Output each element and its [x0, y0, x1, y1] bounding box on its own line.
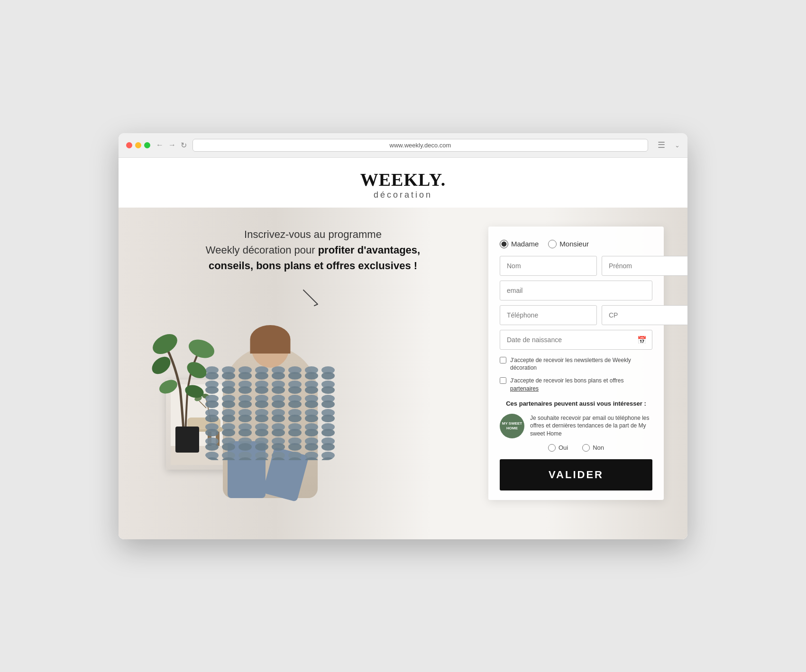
tagline-line1: Inscrivez-vous au programme	[244, 228, 382, 240]
email-row	[500, 281, 652, 300]
partners-link[interactable]: partenaires	[510, 385, 539, 392]
svg-point-1	[186, 336, 217, 361]
browser-nav: ← → ↻	[156, 141, 187, 150]
radio-madame[interactable]	[500, 240, 508, 248]
left-column: Inscrivez-vous au programme Weekly décor…	[147, 227, 488, 500]
dot-close[interactable]	[126, 142, 132, 148]
tagline-line2-prefix: Weekly décoration pour	[206, 244, 318, 256]
radio-monsieur-text: Monsieur	[559, 240, 589, 248]
telephone-field[interactable]	[500, 305, 597, 325]
partner-description: Je souhaite recevoir par email ou téléph…	[530, 414, 652, 438]
arrow-icon	[301, 288, 325, 307]
site-header: WEEKLY. décoration	[119, 158, 687, 208]
svg-point-0	[152, 330, 181, 358]
radio-madame-text: Madame	[511, 240, 539, 248]
partners-checkbox[interactable]	[500, 377, 506, 384]
address-bar[interactable]: www.weekly.deco.com	[192, 139, 648, 152]
svg-point-4	[157, 377, 179, 396]
plant-decoration	[152, 318, 218, 453]
form-panel: Madame Monsieur	[488, 227, 664, 500]
browser-titlebar: ← → ↻ www.weekly.deco.com ☰ ⌄	[119, 133, 687, 158]
phone-cp-row	[500, 305, 652, 325]
browser-chevron: ⌄	[675, 142, 680, 149]
newsletter-checkbox-label[interactable]: J'accepte de recevoir les newsletters de…	[500, 356, 652, 372]
browser-menu-button[interactable]: ☰	[658, 140, 665, 150]
arrow-decoration	[147, 288, 479, 309]
cp-field[interactable]	[602, 305, 687, 325]
radio-non-text: Non	[593, 444, 604, 451]
brand-title: WEEKLY. décoration	[128, 169, 678, 200]
nom-field[interactable]	[500, 256, 597, 276]
radio-monsieur[interactable]	[548, 240, 557, 248]
dot-maximize[interactable]	[144, 142, 150, 148]
tagline-end: conseils, bons plans et offres exclusive…	[209, 260, 417, 272]
main-section: Inscrivez-vous au programme Weekly décor…	[119, 208, 687, 539]
site-content: WEEKLY. décoration Inscrivez-vous au pro…	[119, 158, 687, 539]
svg-rect-8	[204, 365, 337, 460]
forward-button[interactable]: →	[168, 141, 176, 149]
hero-tagline: Inscrivez-vous au programme Weekly décor…	[147, 227, 479, 273]
radio-oui[interactable]	[548, 444, 556, 452]
partner-radio-group: Oui Non	[500, 444, 652, 452]
gender-radio-group: Madame Monsieur	[500, 240, 652, 248]
radio-non-label[interactable]: Non	[582, 444, 604, 452]
name-row	[500, 256, 652, 276]
partners-checkbox-label[interactable]: J'accepte de recevoir les bons plans et …	[500, 377, 652, 393]
hero-content: Inscrivez-vous au programme Weekly décor…	[119, 208, 687, 519]
partners-checkbox-text: J'accepte de recevoir les bons plans et …	[510, 377, 652, 393]
browser-window: ← → ↻ www.weekly.deco.com ☰ ⌄ WEEKLY. dé…	[119, 133, 687, 539]
partner-row: MY SWEET HOME Je souhaite recevoir par e…	[500, 414, 652, 438]
right-column: Madame Monsieur	[488, 227, 664, 500]
dot-minimize[interactable]	[135, 142, 141, 148]
radio-oui-text: Oui	[559, 444, 568, 451]
partner-logo: MY SWEET HOME	[500, 414, 524, 438]
email-field[interactable]	[500, 281, 652, 300]
newsletter-checkbox[interactable]	[500, 357, 506, 363]
brand-name: WEEKLY.	[360, 170, 446, 190]
date-wrapper: 📅	[500, 330, 652, 350]
photo-area: Un petit appartement sublimé par le blan…	[147, 318, 479, 498]
tagline-bold: profiter d'avantages,	[318, 244, 421, 256]
prenom-field[interactable]	[602, 256, 687, 276]
radio-madame-label[interactable]: Madame	[500, 240, 539, 248]
partners-title: Ces partenaires peuvent aussi vous intér…	[500, 400, 652, 408]
partners-section: Ces partenaires peuvent aussi vous intér…	[500, 400, 652, 452]
svg-point-3	[184, 359, 209, 381]
radio-monsieur-label[interactable]: Monsieur	[548, 240, 589, 248]
submit-button[interactable]: VALIDER	[500, 459, 652, 490]
newsletter-checkbox-text: J'accepte de recevoir les newsletters de…	[510, 356, 652, 372]
chunky-blanket	[204, 365, 337, 460]
blanket-svg	[204, 365, 337, 460]
checkbox-group: J'accepte de recevoir les newsletters de…	[500, 356, 652, 393]
radio-oui-label[interactable]: Oui	[548, 444, 568, 452]
back-button[interactable]: ←	[156, 141, 164, 149]
refresh-button[interactable]: ↻	[181, 141, 187, 150]
date-naissance-field[interactable]	[500, 330, 652, 350]
radio-non[interactable]	[582, 444, 590, 452]
brand-sub: décoration	[128, 190, 678, 200]
browser-dots	[126, 142, 150, 148]
